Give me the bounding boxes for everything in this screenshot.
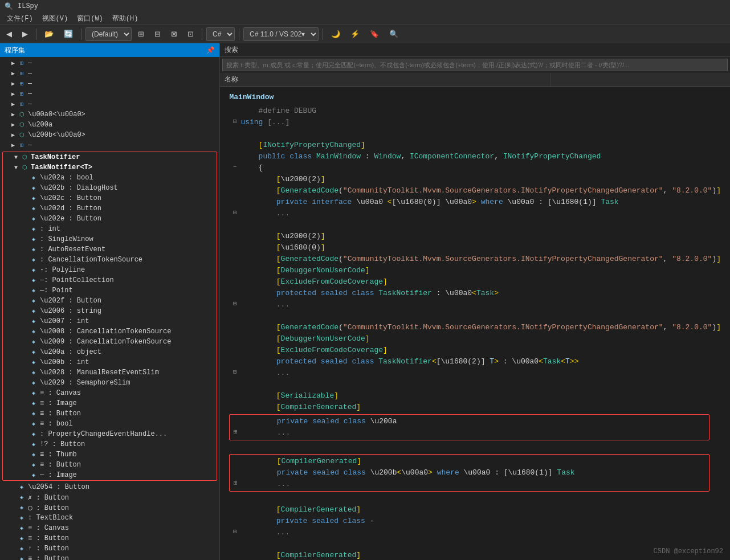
search-area: 搜索 名称: [220, 43, 730, 87]
list-item[interactable]: ◈ \u2028 : ManualResetEventSlim: [3, 367, 217, 378]
list-item[interactable]: ◈ ≡ : Canvas: [0, 523, 219, 533]
back-button[interactable]: ◀: [2, 27, 16, 40]
code-line[interactable]: ⊞ ...: [229, 367, 721, 379]
list-item[interactable]: ◈ \u200a : object: [3, 347, 217, 357]
code-line: [\u1680(0)]: [229, 242, 721, 254]
tree-area[interactable]: ▶ ⊞ — ▶ ⊞ — ▶ ⊞ — ▶ ⊞ —: [0, 57, 219, 560]
tree-item[interactable]: ▶ ⊞ —: [0, 68, 219, 79]
tree-item[interactable]: ▶ ⊞ —: [0, 99, 219, 109]
code-line[interactable]: ⊞ ...: [229, 299, 721, 310]
default-dropdown[interactable]: (Default): [85, 27, 132, 41]
search-input[interactable]: [222, 59, 728, 71]
bookmark-button[interactable]: 🔖: [366, 27, 383, 40]
list-item[interactable]: ◈ : CancellationTokenSource: [3, 255, 217, 265]
open-button[interactable]: 📂: [40, 27, 58, 40]
tree-item-tasknotifier[interactable]: ▼ ⬡ TaskNotifier: [3, 152, 217, 162]
list-item[interactable]: ◈ \u2054 : Button: [0, 482, 219, 492]
menu-view[interactable]: 视图(V): [38, 13, 73, 24]
list-item[interactable]: ◈ — : Image: [3, 470, 217, 480]
code-line[interactable]: ⊞ ...: [229, 527, 721, 538]
code-line[interactable]: ⊞ ...: [230, 479, 709, 490]
window-label: MainWindow: [229, 92, 721, 103]
lang-dropdown[interactable]: C#: [206, 27, 235, 41]
tree-item[interactable]: ▶ ⊞ —: [0, 89, 219, 99]
analyze-button[interactable]: ⚡: [346, 27, 364, 40]
field-icon: ◈: [17, 513, 26, 522]
list-item[interactable]: ◈ ≡ : Button: [0, 533, 219, 543]
tree-item[interactable]: ▶ ⊞ —: [0, 58, 219, 68]
list-item[interactable]: ◈ \u2029 : SemaphoreSlim: [3, 378, 217, 388]
tree-item[interactable]: ▶ ⬡ \u00a0<\u00a0>: [0, 109, 219, 120]
list-item[interactable]: ◈ \u202a : bool: [3, 173, 217, 183]
list-item[interactable]: ◈ \u202f : Button: [3, 296, 217, 306]
list-item[interactable]: ◈ \u202e : Button: [3, 214, 217, 224]
forward-button[interactable]: ▶: [18, 27, 32, 40]
field-icon: ◈: [29, 409, 38, 418]
list-item[interactable]: ◈ \u202d : Button: [3, 203, 217, 214]
list-item[interactable]: ◈ -: Polyline: [3, 265, 217, 275]
code-line: [\u2000(2)]: [229, 174, 721, 185]
list-item[interactable]: ◈ ✗ : Button: [0, 492, 219, 502]
tree-item[interactable]: ▶ ⊞ —: [0, 140, 219, 150]
code-line[interactable]: ⊞ ...: [230, 427, 709, 439]
menu-window[interactable]: 窗口(W): [72, 13, 108, 24]
main-layout: 程序集 📌 ▶ ⊞ — ▶ ⊞ — ▶ ⊞ —: [0, 43, 730, 560]
tree-item-tasknotifier-t[interactable]: ▼ ⬡ TaskNotifier<T>: [3, 162, 217, 173]
toolbar-btn-4[interactable]: ⊡: [183, 27, 198, 40]
field-icon: ◈: [29, 327, 38, 336]
list-item[interactable]: ◈ ≡ : Button: [0, 554, 219, 560]
list-item[interactable]: ◈ ≡ : Thumb: [3, 449, 217, 460]
list-item[interactable]: ◈ ≡ : Image: [3, 398, 217, 408]
menubar: 文件(F) 视图(V) 窗口(W) 帮助(H): [0, 13, 730, 25]
list-item[interactable]: ◈ !? : Button: [3, 439, 217, 449]
code-line: [CompilerGenerated]: [230, 456, 709, 467]
code-line[interactable]: ⊞ using [...]: [229, 117, 721, 128]
tree-item[interactable]: ▶ ⊞ —: [0, 79, 219, 89]
left-panel: 程序集 📌 ▶ ⊞ — ▶ ⊞ — ▶ ⊞ —: [0, 43, 220, 560]
list-item[interactable]: ◈ ◯ : Button: [0, 502, 219, 513]
field-icon: ◈: [29, 296, 38, 305]
list-item[interactable]: ◈ \u202b : DialogHost: [3, 183, 217, 193]
list-item[interactable]: ◈ : int: [3, 224, 217, 234]
toolbar-btn-3[interactable]: ⊠: [167, 27, 181, 40]
code-area[interactable]: MainWindow #define DEBUG ⊞ using [...] […: [220, 87, 730, 560]
list-item[interactable]: ◈ : SingleWinow: [3, 234, 217, 244]
list-item[interactable]: ◈ ≡ : Canvas: [3, 388, 217, 398]
list-item[interactable]: ◈ —: Point: [3, 285, 217, 296]
search-toolbar-button[interactable]: 🔍: [385, 27, 402, 40]
version-dropdown[interactable]: C# 11.0 / VS 202▾: [243, 27, 319, 41]
theme-button[interactable]: 🌙: [327, 27, 344, 40]
list-item[interactable]: ◈ ≡ : bool: [3, 419, 217, 429]
list-item[interactable]: ◈ \u202c : Button: [3, 193, 217, 203]
field-icon: ◈: [29, 358, 38, 367]
list-item[interactable]: ◈ : AutoResetEvent: [3, 244, 217, 255]
list-item[interactable]: ◈ \u2007 : int: [3, 316, 217, 326]
code-line: [ExcludeFromCodeCoverage]: [229, 276, 721, 288]
tree-item[interactable]: ▶ ⬡ \u200a: [0, 120, 219, 130]
code-line[interactable]: − {: [229, 162, 721, 174]
list-item[interactable]: ◈ ≡ : Button: [3, 460, 217, 470]
pin-icon[interactable]: 📌: [206, 46, 215, 55]
code-line[interactable]: ⊞ ...: [229, 208, 721, 219]
list-item[interactable]: ◈ ≡ : Button: [3, 408, 217, 419]
code-line: [229, 310, 721, 322]
list-item[interactable]: ◈ ↑ : Button: [0, 543, 219, 554]
list-item[interactable]: ◈ \u2008 : CancellationTokenSource: [3, 326, 217, 337]
toolbar-btn-2[interactable]: ⊟: [150, 27, 165, 40]
tree-item[interactable]: ▶ ⬡ \u200b<\u00a0>: [0, 130, 219, 140]
list-item[interactable]: ◈ —: PointCollection: [3, 275, 217, 285]
list-item[interactable]: ◈ \u2006 : string: [3, 306, 217, 316]
field-icon: ◈: [29, 348, 38, 357]
menu-help[interactable]: 帮助(H): [108, 13, 143, 24]
list-item[interactable]: ◈ : TextBlock: [0, 513, 219, 523]
field-icon: ◈: [29, 389, 38, 398]
refresh-button[interactable]: 🔄: [60, 27, 77, 40]
menu-file[interactable]: 文件(F): [2, 13, 38, 24]
list-item[interactable]: ◈ \u200b : int: [3, 357, 217, 367]
tree-highlight-box: ▼ ⬡ TaskNotifier ▼ ⬡ TaskNotifier<T> ◈ \…: [2, 152, 217, 481]
field-icon: ◈: [29, 378, 38, 387]
list-item[interactable]: ◈ \u2009 : CancellationTokenSource: [3, 337, 217, 347]
field-icon: ◈: [29, 183, 38, 193]
list-item[interactable]: ◈ : PropertyChangedEventHandle...: [3, 429, 217, 439]
toolbar-btn-1[interactable]: ⊞: [134, 27, 148, 40]
